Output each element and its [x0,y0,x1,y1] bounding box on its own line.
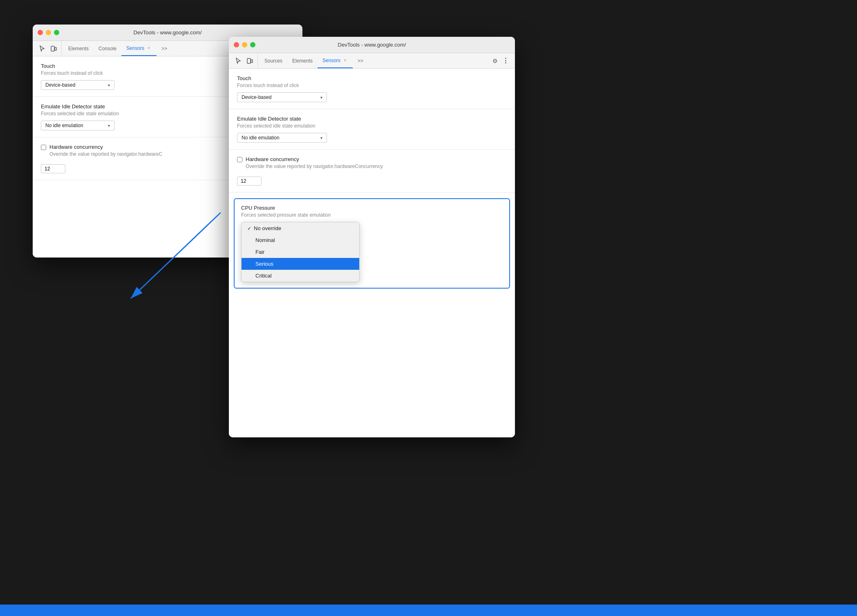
tab-sensors-2[interactable]: Sensors × [318,53,353,68]
hardware-checkbox-2[interactable] [237,157,242,162]
settings-icon-2[interactable]: ⚙ [490,56,499,65]
tab-bar-icons-1 [34,41,62,56]
idle-section-2: Emulate Idle Detector state Forces selec… [229,109,515,150]
check-no-override: ✓ [247,226,251,231]
window-title-2: DevTools - www.google.com/ [338,42,406,48]
traffic-lights-2 [234,42,255,47]
traffic-lights-1 [38,30,59,35]
dropdown-item-critical[interactable]: Critical [242,270,359,282]
cpu-dropdown-menu[interactable]: ✓ No override Nominal Fair Serious [241,222,360,282]
hardware-section-2: Hardware concurrency Override the value … [229,150,515,193]
idle-select-arrow-1: ▾ [108,123,110,128]
blue-bar [0,605,857,616]
tab-bar-icons-2 [230,53,258,68]
tab-close-2[interactable]: × [342,58,348,63]
dropdown-item-serious[interactable]: Serious [242,258,359,270]
tab-close-1[interactable]: × [146,45,152,51]
minimize-button-2[interactable] [242,42,247,47]
tab-console-1[interactable]: Console [94,41,121,56]
close-button-2[interactable] [234,42,239,47]
hardware-row-2: Hardware concurrency Override the value … [237,156,507,173]
idle-select-2[interactable]: No idle emulation ▾ [237,133,327,143]
minimize-button-1[interactable] [46,30,51,35]
tab-bar-right-2: ⚙ ⋮ [487,53,513,68]
cpu-title: CPU Pressure [241,205,503,211]
dropdown-item-no-override[interactable]: ✓ No override [242,222,359,234]
dropdown-item-fair[interactable]: Fair [242,246,359,258]
hardware-input-2[interactable] [237,177,262,186]
tab-elements-1[interactable]: Elements [63,41,94,56]
tab-elements-2[interactable]: Elements [287,53,318,68]
tab-more-1[interactable]: >> [157,41,172,56]
cpu-pressure-wrapper: CPU Pressure Forces selected pressure st… [229,193,515,289]
hardware-input-1[interactable] [41,164,65,173]
touch-desc-2: Forces touch instead of click [237,83,507,88]
idle-select-1[interactable]: No idle emulation ▾ [41,121,114,130]
content-area-2: Touch Forces touch instead of click Devi… [229,69,515,437]
idle-desc-2: Forces selected idle state emulation [237,123,507,129]
idle-title-2: Emulate Idle Detector state [237,116,507,122]
cursor-icon-1[interactable] [38,44,47,53]
maximize-button-2[interactable] [250,42,255,47]
svg-rect-4 [247,58,251,63]
hardware-checkbox-1[interactable] [41,145,46,150]
touch-section-2: Touch Forces touch instead of click Devi… [229,69,515,109]
hardware-title-1: Hardware concurrency [49,144,162,150]
maximize-button-1[interactable] [54,30,59,35]
window-title-1: DevTools - www.google.com/ [134,29,202,36]
hardware-desc-1: Override the value reported by navigator… [49,151,162,157]
tab-sensors-1[interactable]: Sensors × [121,41,157,56]
svg-rect-5 [251,60,253,63]
cpu-desc: Forces selected pressure state emulation [241,212,503,218]
hardware-title-2: Hardware concurrency [246,156,383,162]
hardware-desc-2: Override the value reported by navigator… [246,164,383,169]
touch-select-2[interactable]: Device-based ▾ [237,92,327,102]
device-icon-1[interactable] [49,44,58,53]
svg-rect-0 [51,46,54,51]
svg-rect-1 [55,47,56,50]
cursor-icon-2[interactable] [234,56,243,65]
device-icon-2[interactable] [245,56,254,65]
more-icon-2[interactable]: ⋮ [501,56,510,65]
dropdown-item-nominal[interactable]: Nominal [242,234,359,246]
devtools-window-2: DevTools - www.google.com/ Sources Eleme… [229,37,515,437]
idle-select-arrow-2: ▾ [320,136,322,140]
tab-more-2[interactable]: >> [353,53,368,68]
tab-sources-2[interactable]: Sources [260,53,287,68]
touch-title-2: Touch [237,75,507,81]
touch-select-arrow-2: ▾ [320,95,322,100]
close-button-1[interactable] [38,30,43,35]
touch-select-arrow-1: ▾ [108,83,110,87]
touch-select-1[interactable]: Device-based ▾ [41,80,114,90]
titlebar-2: DevTools - www.google.com/ [229,37,515,53]
cpu-pressure-box: CPU Pressure Forces selected pressure st… [234,198,510,289]
tab-bar-2: Sources Elements Sensors × >> ⚙ ⋮ [229,53,515,69]
